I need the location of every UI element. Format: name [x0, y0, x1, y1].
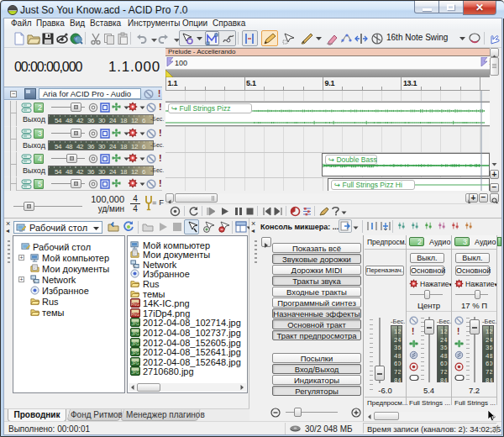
svg-text:JPG: JPG: [132, 323, 139, 327]
svg-text:JPG: JPG: [132, 371, 139, 376]
svg-text:PNG: PNG: [131, 313, 139, 317]
svg-text:JPG: JPG: [132, 351, 139, 355]
svg-text:JPG: JPG: [132, 361, 139, 366]
svg-text:JPG: JPG: [132, 342, 139, 346]
svg-text:PNG: PNG: [131, 303, 139, 307]
svg-text:JPG: JPG: [132, 332, 139, 336]
